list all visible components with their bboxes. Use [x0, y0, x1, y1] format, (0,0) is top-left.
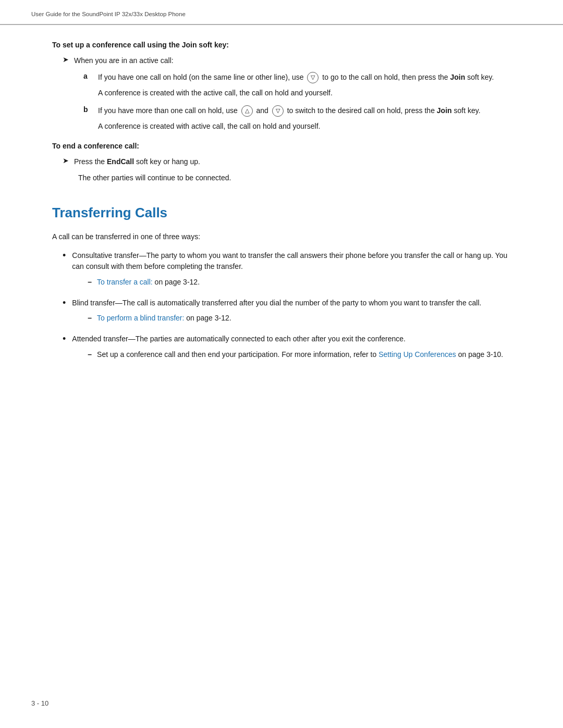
item-a-text1: If you have one call on hold (on the sam…: [98, 73, 304, 81]
end-call-text: Press the EndCall soft key or hang up.: [74, 156, 200, 168]
nav-icon-down-2: ▽: [272, 105, 284, 117]
item-a-content: If you have one call on hold (on the sam…: [98, 72, 494, 83]
end-call-bold: EndCall: [107, 157, 134, 166]
bullet-item-3: • Attended transfer—The parties are auto…: [52, 334, 511, 362]
bullet-item-1: • Consultative transfer—The party to who…: [52, 250, 511, 290]
header-text: User Guide for the SoundPoint IP 32x/33x…: [31, 11, 186, 17]
active-call-text: When you are in an active call:: [74, 55, 174, 67]
item-b-text1: If you have more than one call on hold, …: [98, 106, 238, 115]
item-b-text4: soft key.: [454, 106, 481, 115]
item-b-bold: Join: [437, 106, 452, 115]
item-a: a If you have one call on hold (on the s…: [83, 72, 511, 83]
bullet-content-2: Blind transfer—The call is automatically…: [72, 298, 481, 326]
item-b-content: If you have more than one call on hold, …: [98, 105, 481, 117]
item-a-note: A conference is created with the active …: [98, 88, 511, 99]
end-arrow-text1: Press the: [74, 157, 105, 166]
item-b-text2: and: [256, 106, 268, 115]
transfer-bullet-list: • Consultative transfer—The party to who…: [52, 250, 511, 363]
item-b-text3: to switch to the desired call on hold, p…: [287, 106, 435, 115]
item-b: b If you have more than one call on hold…: [83, 105, 511, 117]
nav-icon-up: △: [241, 105, 253, 117]
end-call-heading: To end a conference call:: [52, 142, 511, 150]
dash-content-1: To transfer a call: on page 3-12.: [97, 277, 200, 288]
bullet-content-3: Attended transfer—The parties are automa…: [72, 334, 503, 362]
item-a-text3: soft key.: [467, 73, 494, 81]
join-softkey-heading: To set up a conference call using the Jo…: [52, 41, 511, 49]
end-arrow-text2: soft key or hang up.: [136, 157, 200, 166]
dash-3-prefix: Set up a conference call and then end yo…: [97, 350, 378, 359]
bullet-content-1: Consultative transfer—The party to whom …: [72, 250, 511, 290]
dash-3-suffix: on page 3-10.: [458, 350, 503, 359]
bullet-dot-1: •: [63, 249, 66, 263]
nav-icon-down-1: ▽: [307, 72, 319, 83]
dash-item-2: – To perform a blind transfer: on page 3…: [88, 313, 481, 324]
page-number: 3 - 10: [31, 699, 48, 707]
dash-content-2: To perform a blind transfer: on page 3-1…: [97, 313, 231, 324]
dash-symbol-2: –: [88, 313, 92, 324]
transfer-section-title: Transferring Calls: [52, 205, 511, 221]
page-footer: 3 - 10: [31, 699, 48, 707]
bullet-2-text: Blind transfer—The call is automatically…: [72, 299, 481, 307]
blind-transfer-link[interactable]: To perform a blind transfer:: [97, 314, 184, 322]
page-container: User Guide for the SoundPoint IP 32x/33x…: [0, 0, 563, 728]
transfer-section: Transferring Calls A call can be transfe…: [52, 205, 511, 363]
arrow-symbol-2: ➤: [63, 156, 69, 165]
dash-symbol-1: –: [88, 277, 92, 288]
bullet-3-text: Attended transfer—The parties are automa…: [72, 335, 406, 343]
item-b-label: b: [83, 105, 92, 114]
item-a-text2b: to go to the call on hold, then press th…: [322, 73, 448, 81]
bullet-item-2: • Blind transfer—The call is automatical…: [52, 298, 511, 326]
arrow-symbol-1: ➤: [63, 55, 69, 64]
end-call-note: The other parties will continue to be co…: [78, 172, 511, 184]
dash-1-text: on page 3-12.: [155, 278, 200, 286]
dash-item-3: – Set up a conference call and then end …: [88, 349, 503, 361]
conference-section: To set up a conference call using the Jo…: [52, 41, 511, 184]
page-header: User Guide for the SoundPoint IP 32x/33x…: [0, 0, 563, 25]
item-b-note: A conference is created with active call…: [98, 121, 511, 132]
dash-2-text: on page 3-12.: [186, 314, 231, 322]
transfer-intro: A call can be transferred in one of thre…: [52, 231, 511, 243]
dash-item-1: – To transfer a call: on page 3-12.: [88, 277, 511, 288]
end-call-arrow-item: ➤ Press the EndCall soft key or hang up.: [52, 156, 511, 168]
transfer-call-link[interactable]: To transfer a call:: [97, 278, 153, 286]
content-area: To set up a conference call using the Jo…: [0, 25, 563, 401]
bullet-dot-3: •: [63, 332, 66, 347]
active-call-arrow-item: ➤ When you are in an active call:: [52, 55, 511, 67]
item-a-bold: Join: [450, 73, 466, 81]
bullet-dot-2: •: [63, 296, 66, 311]
item-a-label: a: [83, 72, 92, 80]
bullet-1-text: Consultative transfer—The party to whom …: [72, 251, 507, 271]
setting-up-conferences-link[interactable]: Setting Up Conferences: [378, 350, 456, 359]
dash-content-3: Set up a conference call and then end yo…: [97, 349, 503, 361]
dash-symbol-3: –: [88, 349, 92, 361]
